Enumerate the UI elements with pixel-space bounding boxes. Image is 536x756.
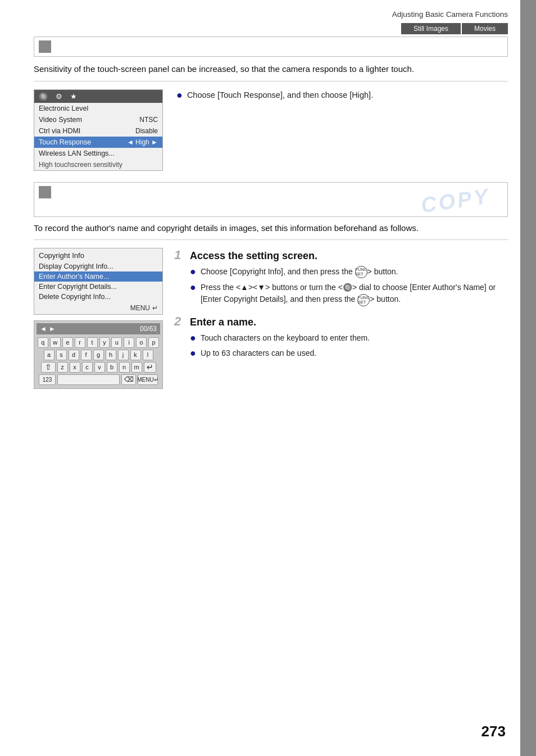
copyright-item-display: Display Copyright Info...	[34, 261, 162, 271]
key-p[interactable]: p	[148, 337, 159, 348]
arrow-left[interactable]: ◄	[40, 325, 47, 333]
step2-bullet-2: ● Up to 63 characters can be used.	[190, 347, 508, 360]
func-btn-1: FUNCSET	[355, 266, 367, 278]
key-m[interactable]: m	[131, 362, 142, 373]
key-i[interactable]: i	[124, 337, 134, 348]
menu-item-ctrl-hdmi: Ctrl via HDMI Disable	[34, 125, 162, 137]
keyboard-bottom-row: 123 ⌫ MENU↵	[38, 374, 159, 385]
key-u[interactable]: u	[111, 337, 122, 348]
key-f[interactable]: f	[81, 350, 92, 360]
step1-bullet-2: ● Press the <▲><▼> buttons or turn the <…	[190, 282, 508, 306]
page-number: 273	[482, 723, 506, 740]
keyboard-top-bar: ◄ ► 00/63	[37, 323, 160, 334]
step2-bullet-1: ● Touch characters on the keyboard to en…	[190, 332, 508, 345]
right-sidebar	[520, 0, 536, 756]
keyboard-row-1: q w e r t y u i o p	[38, 337, 159, 348]
step-2-header: 2 Enter a name.	[174, 314, 508, 329]
steps-area: 1 Access the setting screen. ● Choose [C…	[174, 248, 508, 368]
key-o[interactable]: o	[136, 337, 147, 348]
page-header: Adjusting Basic Camera Functions	[0, 0, 536, 23]
step-1-bullets: ● Choose [Copyright Info], and then pres…	[190, 266, 508, 306]
key-b[interactable]: b	[107, 362, 117, 373]
copyright-item-details: Enter Copyright Details...	[34, 282, 162, 292]
key-backspace[interactable]: ⌫	[121, 374, 136, 385]
arrow-right[interactable]: ►	[49, 325, 56, 333]
bullet-item-1: ● Choose [Touch Response], and then choo…	[176, 89, 508, 102]
divider-2	[34, 239, 508, 240]
step-2-title: Enter a name.	[190, 316, 256, 328]
key-a[interactable]: a	[44, 350, 54, 360]
section2-box: COPY	[34, 182, 508, 217]
menu-item-video-system: Video System NTSC	[34, 114, 162, 125]
copyright-menu-title: Copyright Info	[34, 248, 162, 261]
badge-row: Still Images Movies	[0, 23, 536, 34]
key-menu[interactable]: MENU↵	[138, 374, 158, 385]
key-d[interactable]: d	[69, 350, 79, 360]
key-t[interactable]: t	[87, 337, 98, 348]
nav-arrows: ◄ ►	[40, 325, 56, 333]
keyboard-row-2: a s d f g h j k l	[38, 350, 159, 360]
tool-icon: ⚙	[56, 92, 62, 101]
step-1: 1 Access the setting screen. ● Choose [C…	[174, 248, 508, 306]
step-1-header: 1 Access the setting screen.	[174, 248, 508, 262]
key-shift[interactable]: ⇧	[41, 362, 56, 373]
key-n[interactable]: n	[119, 362, 130, 373]
key-num123[interactable]: 123	[39, 374, 56, 385]
menu-item-electronic-level: Electronic Level	[34, 103, 162, 114]
key-y[interactable]: y	[99, 337, 110, 348]
key-w[interactable]: w	[50, 337, 61, 348]
step2-dot-1: ●	[190, 332, 196, 345]
key-l[interactable]: l	[143, 350, 153, 360]
menu-back-icon: ↵	[152, 304, 158, 312]
menu-item-touch-response: Touch Response ◄ High ►	[34, 137, 162, 148]
copyright-menu: Copyright Info Display Copyright Info...…	[34, 248, 163, 315]
keyboard-row-3: ⇧ z x c v b n m ↵	[38, 362, 159, 373]
copyright-screenshots: Copyright Info Display Copyright Info...…	[34, 248, 163, 389]
star-icon: ★	[70, 92, 77, 101]
step1-bullet-1: ● Choose [Copyright Info], and then pres…	[190, 266, 508, 278]
intro-paragraph: Sensitivity of the touch-screen panel ca…	[34, 62, 508, 75]
still-images-badge: Still Images	[401, 23, 461, 34]
watermark: COPY	[420, 184, 492, 217]
section1-content-row: 🔘 ⚙ ★ Electronic Level Video System NTSC…	[34, 89, 508, 171]
key-g[interactable]: g	[93, 350, 104, 360]
menu-item-wireless-lan: Wireless LAN Settings...	[34, 148, 162, 159]
key-c[interactable]: c	[82, 362, 93, 373]
key-e[interactable]: e	[62, 337, 73, 348]
key-h[interactable]: h	[106, 350, 116, 360]
camera-icon: 🔘	[39, 92, 48, 101]
key-k[interactable]: k	[130, 350, 141, 360]
section2-box-icon	[39, 186, 51, 198]
top-box-icon	[39, 40, 51, 53]
step-2-bullets: ● Touch characters on the keyboard to en…	[190, 332, 508, 360]
key-q[interactable]: q	[38, 337, 48, 348]
step-2-num: 2	[174, 314, 185, 329]
key-x[interactable]: x	[70, 362, 80, 373]
movies-badge: Movies	[462, 23, 508, 34]
menu-label: MENU	[130, 304, 150, 312]
key-s[interactable]: s	[56, 350, 67, 360]
key-z[interactable]: z	[57, 362, 68, 373]
key-j[interactable]: j	[118, 350, 129, 360]
key-enter[interactable]: ↵	[144, 362, 156, 373]
char-counter: 00/63	[140, 325, 157, 333]
camera-menu-screenshot: 🔘 ⚙ ★ Electronic Level Video System NTSC…	[34, 89, 163, 171]
copyright-item-author: Enter Author's Name...	[34, 271, 162, 282]
section1-bullets: ● Choose [Touch Response], and then choo…	[176, 89, 508, 105]
bullet-dot-1: ●	[176, 89, 183, 102]
camera-menu-bottom-text: High touchscreen sensitivity	[34, 159, 162, 170]
top-section-box	[34, 37, 508, 57]
key-v[interactable]: v	[94, 362, 105, 373]
camera-menu-header: 🔘 ⚙ ★	[34, 90, 162, 103]
step-2: 2 Enter a name. ● Touch characters on th…	[174, 314, 508, 360]
keyboard-rows: q w e r t y u i o p a s d f g	[37, 336, 160, 386]
page-title: Adjusting Basic Camera Functions	[392, 10, 508, 19]
keyboard-box: ◄ ► 00/63 q w e r t y u i o p	[34, 320, 163, 389]
step-1-num: 1	[174, 248, 185, 262]
key-r[interactable]: r	[75, 337, 85, 348]
step-1-title: Access the setting screen.	[190, 250, 317, 262]
copyright-menu-bottom: MENU ↵	[34, 302, 162, 314]
step1-dot-2: ●	[190, 282, 196, 294]
copyright-item-delete: Delete Copyright Info...	[34, 292, 162, 302]
key-space[interactable]	[57, 374, 120, 385]
